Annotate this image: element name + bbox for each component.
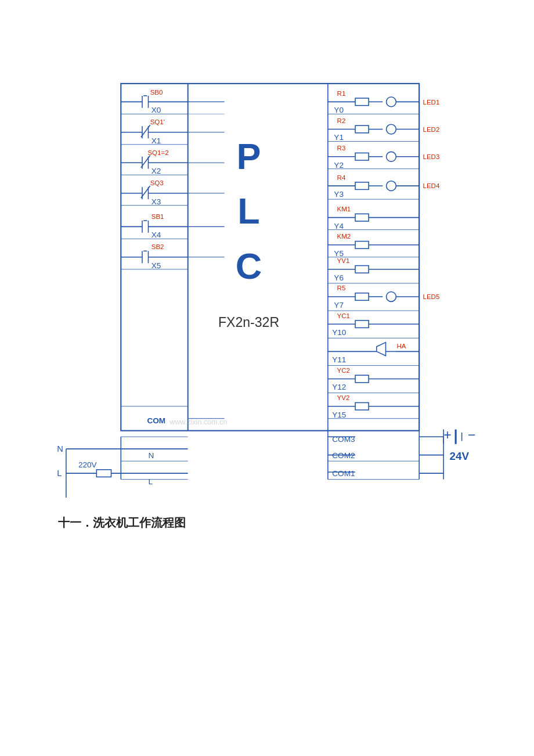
x4-label: X4 <box>151 231 161 239</box>
svg-rect-50 <box>355 98 369 106</box>
y6-label: Y6 <box>334 273 344 282</box>
voltage-label: 220V <box>78 460 98 469</box>
svg-point-67 <box>387 181 396 191</box>
svg-rect-55 <box>355 125 369 133</box>
ha-label: HA <box>396 343 406 350</box>
svg-rect-76 <box>355 265 369 273</box>
svg-point-62 <box>387 152 396 161</box>
plc-l-label: L <box>237 190 259 231</box>
l-label: L <box>57 469 62 478</box>
dc-minus-label: − <box>468 427 475 442</box>
x3-label: X3 <box>151 197 161 206</box>
x1-label: X1 <box>151 136 161 145</box>
svg-rect-70 <box>355 214 369 221</box>
x5-label: X5 <box>151 261 161 270</box>
svg-rect-79 <box>355 293 369 301</box>
footer-text: 十一．洗衣机工作流程图 <box>58 515 522 531</box>
y4-label: Y4 <box>334 222 344 231</box>
yc1-label: YC1 <box>337 312 350 319</box>
x0-label: X0 <box>151 106 161 114</box>
page-container: P L C FX2n-32R SB0 X0 S <box>0 0 534 542</box>
dc-plus-label: + <box>443 427 451 442</box>
svg-rect-122 <box>96 470 111 477</box>
svg-rect-91 <box>355 375 369 383</box>
plc-diagram-svg: P L C FX2n-32R SB0 X0 S <box>17 35 517 498</box>
plc-p-label: P <box>237 136 261 177</box>
sb2-label: SB2 <box>151 243 164 250</box>
com1-label: COM1 <box>332 469 355 478</box>
sb1-label: SB1 <box>151 213 164 220</box>
y7-label: Y7 <box>334 301 344 309</box>
diagram-area: P L C FX2n-32R SB0 X0 S <box>17 35 517 498</box>
watermark: www.zixin.com.cn <box>169 418 227 426</box>
y3-label: Y3 <box>334 190 344 199</box>
plc-model-label: FX2n-32R <box>218 315 279 330</box>
yc2-label: YC2 <box>337 367 350 374</box>
svg-rect-94 <box>355 402 369 410</box>
km1-label: KM1 <box>337 206 351 213</box>
svg-rect-73 <box>355 242 369 249</box>
y15-label: Y15 <box>332 411 346 419</box>
dc-24v-label: 24V <box>450 450 470 462</box>
r3-label: R3 <box>337 145 346 152</box>
sb0-label: SB0 <box>150 89 163 96</box>
led4-label: LED4 <box>423 182 439 189</box>
led2-label: LED2 <box>423 126 439 133</box>
led1-label: LED1 <box>423 99 439 106</box>
led3-label: LED3 <box>423 153 439 160</box>
y0-label: Y0 <box>334 106 344 114</box>
n-label: N <box>57 444 63 453</box>
r5-label: R5 <box>337 285 346 291</box>
yv2-label: YV2 <box>337 394 350 401</box>
plc-c-label: C <box>236 246 262 286</box>
y2-label: Y2 <box>334 161 344 170</box>
svg-rect-65 <box>355 182 369 190</box>
x2-label: X2 <box>151 167 161 175</box>
plc-l-label: L <box>148 477 153 486</box>
y1-label: Y1 <box>334 133 344 142</box>
y5-label: Y5 <box>334 249 344 258</box>
y11-label: Y11 <box>332 355 346 364</box>
r4-label: R4 <box>337 174 346 181</box>
y12-label: Y12 <box>332 383 346 391</box>
led5-label: LED5 <box>423 293 439 300</box>
r1-label: R1 <box>337 90 346 97</box>
plc-n-label: N <box>148 451 154 460</box>
svg-point-52 <box>387 97 396 107</box>
sq1p-label: SQ1' <box>150 118 165 125</box>
input-com-label: COM <box>147 416 165 425</box>
sq12-label: SQ1=2 <box>147 149 168 156</box>
svg-point-81 <box>387 292 396 302</box>
svg-rect-84 <box>355 321 369 328</box>
svg-point-57 <box>387 124 396 134</box>
yv1-label: YV1 <box>337 257 350 264</box>
svg-rect-60 <box>355 153 369 160</box>
km2-label: KM2 <box>337 233 351 240</box>
y10-label: Y10 <box>332 328 347 337</box>
r2-label: R2 <box>337 117 346 124</box>
sq3-label: SQ3 <box>150 179 164 186</box>
com3-label: COM3 <box>332 435 355 444</box>
